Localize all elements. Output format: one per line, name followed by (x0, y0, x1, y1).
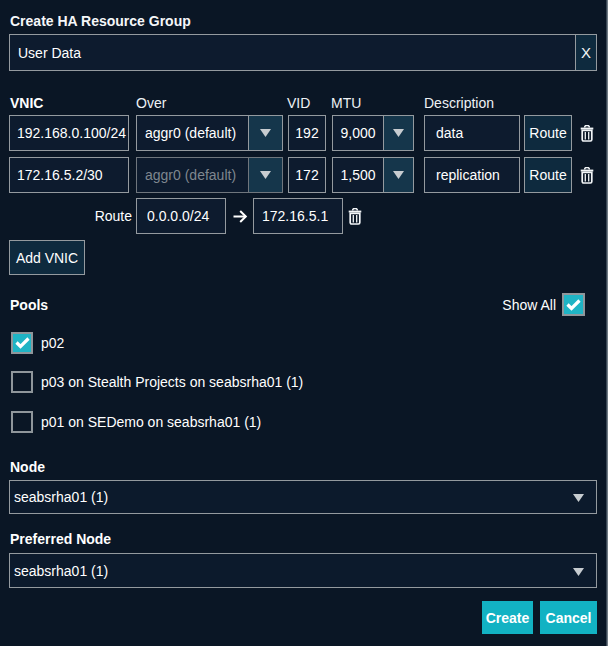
pool-label: p02 (41, 335, 64, 351)
route-button[interactable]: Route (524, 115, 572, 151)
arrow-right-icon (231, 198, 249, 234)
route-row-label: Route (0, 198, 132, 234)
vnic-row: aggr0 (default) 9,000 Route (9, 115, 594, 151)
vnic-address-input[interactable] (9, 157, 129, 193)
chevron-down-icon (573, 562, 584, 580)
pool-label: p03 on Stealth Projects on seabsrha01 (1… (41, 374, 303, 390)
over-select[interactable]: aggr0 (default) (136, 115, 283, 151)
pool-checkbox[interactable] (11, 411, 33, 433)
pool-label: p01 on SEDemo on seabsrha01 (1) (41, 414, 261, 430)
pool-item[interactable]: p01 on SEDemo on seabsrha01 (1) (11, 411, 261, 433)
trash-icon (580, 125, 594, 142)
description-input[interactable] (424, 157, 520, 193)
trash-icon (348, 208, 362, 225)
route-gateway-input[interactable] (253, 198, 343, 234)
route-row: Route (0, 198, 420, 234)
column-header-mtu: MTU (331, 95, 361, 111)
column-header-vnic: VNIC (10, 95, 43, 111)
clear-name-button[interactable]: X (575, 35, 596, 70)
pool-checkbox[interactable] (11, 332, 33, 354)
delete-vnic-button[interactable] (580, 115, 594, 151)
preferred-node-select[interactable]: seabsrha01 (1) (9, 553, 597, 588)
node-section-label: Node (10, 459, 45, 475)
column-header-description: Description (424, 95, 494, 111)
vid-input[interactable] (288, 115, 326, 151)
column-header-over: Over (136, 95, 166, 111)
preferred-node-select-value: seabsrha01 (1) (10, 563, 573, 579)
over-select-value: aggr0 (default) (137, 116, 248, 150)
add-vnic-button[interactable]: Add VNIC (9, 240, 85, 275)
pools-section-label: Pools (10, 297, 48, 313)
group-name-input[interactable] (10, 35, 575, 70)
vnic-address-input[interactable] (9, 115, 129, 151)
mtu-select[interactable]: 1,500 (332, 157, 414, 193)
chevron-down-icon[interactable] (248, 158, 282, 192)
route-button[interactable]: Route (524, 157, 572, 193)
create-button[interactable]: Create (482, 601, 533, 634)
show-all-checkbox[interactable] (562, 293, 585, 316)
pool-checkbox[interactable] (11, 371, 33, 393)
show-all-label: Show All (502, 297, 556, 313)
mtu-select[interactable]: 9,000 (332, 115, 414, 151)
description-input[interactable] (424, 115, 520, 151)
mtu-select-value: 1,500 (333, 158, 383, 192)
cancel-button[interactable]: Cancel (540, 601, 597, 634)
delete-route-button[interactable] (348, 198, 362, 234)
delete-vnic-button[interactable] (580, 157, 594, 193)
over-select[interactable]: aggr0 (default) (136, 157, 283, 193)
check-icon (15, 337, 30, 349)
over-select-value: aggr0 (default) (137, 158, 248, 192)
check-icon (566, 299, 581, 311)
chevron-down-icon[interactable] (248, 116, 282, 150)
preferred-node-section-label: Preferred Node (10, 531, 111, 547)
vnic-row: aggr0 (default) 1,500 Route (9, 157, 594, 193)
column-header-vid: VID (287, 95, 310, 111)
pool-item[interactable]: p03 on Stealth Projects on seabsrha01 (1… (11, 371, 303, 393)
pool-item[interactable]: p02 (11, 332, 64, 354)
mtu-select-value: 9,000 (333, 116, 383, 150)
node-select[interactable]: seabsrha01 (1) (9, 480, 597, 514)
dialog-title: Create HA Resource Group (10, 13, 191, 29)
chevron-down-icon[interactable] (383, 116, 413, 150)
group-name-field: X (9, 34, 597, 71)
chevron-down-icon[interactable] (383, 158, 413, 192)
trash-icon (580, 167, 594, 184)
chevron-down-icon (573, 488, 584, 506)
route-destination-input[interactable] (136, 198, 226, 234)
node-select-value: seabsrha01 (1) (10, 489, 573, 505)
vid-input[interactable] (288, 157, 326, 193)
